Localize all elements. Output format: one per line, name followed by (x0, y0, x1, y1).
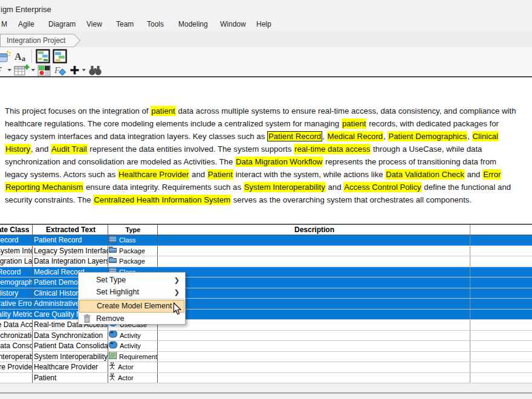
package-type-icon (109, 256, 117, 266)
highlighted-term: real-time data access (294, 144, 371, 154)
font-icon[interactable]: Aa (14, 50, 28, 63)
candidate-class-cell (0, 373, 32, 383)
description-cell[interactable] (157, 362, 470, 372)
menu-item-help[interactable]: Help (256, 20, 271, 28)
type-cell: Activity (108, 341, 157, 351)
type-cell: Requirement (108, 352, 157, 362)
table-row[interactable]: System InteroperabilitySystem Interopera… (0, 352, 532, 363)
dropdown-caret-icon[interactable] (82, 68, 86, 72)
column-header-extracted-text[interactable]: Extracted Text (32, 225, 108, 235)
activity-type-icon (109, 341, 117, 351)
table-row[interactable]: Data SynchronizationData Synchronization… (0, 331, 532, 342)
actor-type-icon (109, 373, 115, 383)
context-menu-item-label: Remove (96, 314, 125, 323)
dropdown-caret-icon[interactable] (7, 68, 12, 72)
candidate-class-value: Patient Data Consolidation (0, 341, 32, 351)
text-analysis-pane: This project focuses on the integration … (0, 77, 532, 399)
context-menu-item-label: Create Model Element (97, 302, 172, 310)
row-spacer-cell (470, 352, 532, 362)
extracted-text-cell: Healthcare Provider (32, 362, 108, 372)
menu-item-window[interactable]: Window (220, 20, 246, 28)
description-cell[interactable] (157, 235, 470, 245)
row-spacer-cell (470, 362, 532, 372)
table-row[interactable]: Patient RecordPatient RecordClass (0, 235, 532, 246)
menu-item-diagram[interactable]: Diagram (48, 20, 76, 28)
table-add-icon[interactable] (14, 64, 30, 76)
description-cell[interactable] (157, 288, 470, 299)
description-cell[interactable] (157, 373, 470, 383)
candidate-class-cell: Administrative Error Reporting (0, 299, 32, 309)
format-painter-icon[interactable]: F (54, 64, 66, 76)
description-cell[interactable] (157, 267, 470, 277)
format-f-icon[interactable]: F (0, 64, 6, 76)
type-label: Activity (120, 331, 141, 340)
menu-item-tools[interactable]: Tools (147, 20, 164, 28)
text-line: History, and Audit Trail represent the d… (5, 143, 532, 155)
new-model-icon[interactable] (0, 50, 11, 63)
context-menu-item-set-highlight[interactable]: Set Highlight❯ (79, 286, 185, 298)
context-menu-item-set-type[interactable]: Set Type❯ (79, 274, 185, 286)
context-menu-item-remove[interactable]: Remove (79, 313, 185, 325)
highlighted-term: Patient (207, 169, 233, 180)
table-row[interactable]: Healthcare ProviderHealthcare ProviderAc… (0, 362, 532, 373)
table-row[interactable]: Patient Data ConsolidationPatient Data C… (0, 341, 532, 352)
description-cell[interactable] (157, 246, 470, 256)
tab-bar: Integration Project (0, 32, 532, 47)
activity-type-icon (109, 331, 117, 341)
column-header-candidate-class[interactable]: Candidate Class (0, 225, 32, 235)
menu-item-view[interactable]: View (86, 20, 102, 28)
package-type-icon (109, 246, 117, 256)
candidate-class-value: Administrative Error Reporting (0, 299, 32, 308)
type-cell: Actor (108, 362, 157, 372)
description-cell[interactable] (157, 352, 470, 362)
context-menu-item-label: Set Highlight (96, 288, 139, 296)
tab-integration-project[interactable]: Integration Project (0, 34, 74, 47)
candidate-class-cell: Real-time Data Access (0, 320, 32, 330)
table-header-row: Candidate ClassExtracted TextTypeDescrip… (0, 224, 532, 235)
table-row[interactable]: Legacy System InterfacesLegacy System In… (0, 246, 532, 257)
menu-item-team[interactable]: Team (116, 20, 134, 28)
plus-icon[interactable] (69, 65, 80, 76)
column-header-type[interactable]: Type (108, 225, 157, 235)
row-spacer-cell (470, 299, 532, 309)
binoculars-icon[interactable] (88, 65, 102, 76)
table-row[interactable]: PatientActor (0, 373, 532, 384)
actor-type-icon (109, 362, 115, 372)
candidate-class-cell: Data Synchronization (0, 331, 32, 341)
candidate-class-cell: Patient Record (0, 235, 32, 245)
extracted-text-cell: Patient Record (32, 235, 108, 245)
description-cell[interactable] (157, 331, 470, 341)
menu-item-modeling[interactable]: Modeling (178, 20, 208, 28)
diagram-overview-icon[interactable] (53, 49, 67, 63)
context-menu-item-create-model-element[interactable]: Create Model Element (79, 300, 184, 313)
type-label: Actor (118, 373, 134, 383)
table-row[interactable]: Data Integration LayersData Integration … (0, 256, 532, 267)
candidate-class-value: Data Synchronization (0, 331, 32, 340)
description-cell[interactable] (157, 256, 470, 267)
diagram-thumbnail-icon[interactable] (36, 49, 50, 63)
svg-text:A: A (15, 51, 22, 62)
text-line: legacy systems. Actors such as Healthcar… (5, 168, 532, 181)
plain-text: , (467, 132, 472, 141)
plain-text: represents the process of transitioning … (323, 157, 496, 166)
description-cell[interactable] (157, 277, 470, 288)
highlighted-term: Error (482, 169, 501, 180)
dropdown-caret-icon[interactable] (31, 68, 36, 72)
description-cell[interactable] (157, 320, 470, 330)
menu-item-agile[interactable]: Agile (18, 20, 34, 28)
plain-text: and (326, 183, 343, 192)
highlighted-term: System Interoperability (244, 182, 326, 192)
menu-item-m[interactable]: M (1, 20, 7, 28)
description-cell[interactable] (157, 341, 470, 351)
color-chart-icon[interactable] (37, 64, 51, 77)
description-cell[interactable] (157, 310, 470, 320)
description-cell[interactable] (157, 299, 470, 309)
column-header-description[interactable]: Description (157, 225, 470, 235)
text-line: synchronization and consolidation are mo… (5, 155, 532, 168)
candidate-class-value: Patient Demographics (0, 277, 32, 287)
plain-text: interact with the system, while actions … (233, 170, 385, 179)
toolbar-separator (31, 50, 32, 63)
plain-text: This project focuses on the integration … (5, 106, 151, 115)
plain-text: through a UseCase, while data (371, 144, 482, 154)
row-spacer-cell (470, 277, 532, 288)
